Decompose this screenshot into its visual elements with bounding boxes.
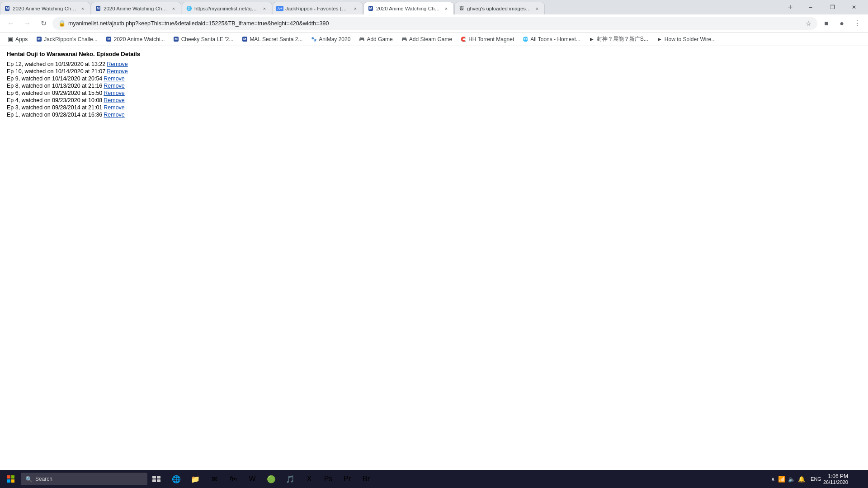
bookmark-favicon-bk11: ▶ [589,36,595,42]
minimize-button[interactable]: – [800,0,821,14]
bookmark-label-bk11: 封神？晨能？新广S... [597,35,648,43]
remove-link[interactable]: Remove [104,104,125,111]
restore-button[interactable]: ❒ [822,0,843,14]
tab-tab2[interactable]: M2020 Anime Watching Challenge...× [91,2,181,14]
network-icon: 📶 [778,476,785,483]
tab-tab6[interactable]: 🖼ghveg's uploaded images - Img...× [454,2,545,14]
bookmark-label-bk2: JackRippon's Challe... [44,36,97,42]
bookmark-bk2[interactable]: MJackRippon's Challe... [32,34,101,44]
bookmark-star-icon[interactable]: ☆ [806,20,811,27]
notification-icon[interactable]: 🔔 [798,476,805,483]
remove-link[interactable]: Remove [104,97,125,103]
bookmark-bk1[interactable]: ▣Apps [4,34,31,44]
edge-app[interactable]: 🌐 [167,470,185,488]
app7[interactable]: 🎵 [281,470,299,488]
remove-link[interactable]: Remove [104,90,125,96]
tab-tab4[interactable]: A+JackRippon - Favorites (anime) - ...× [273,2,363,14]
bookmark-bk10[interactable]: 🌐All Toons - Homest... [519,34,584,44]
profile-button[interactable]: ● [835,16,849,31]
remove-link[interactable]: Remove [107,68,128,75]
tab-close-tab5[interactable]: × [443,5,450,12]
bookmark-bk5[interactable]: MMAL Secret Santa 2... [238,34,306,44]
show-desktop-button[interactable] [850,470,863,488]
bookmark-favicon-bk7: 🎮 [359,36,365,42]
bookmark-bk6[interactable]: 🐾AniMay 2020 [307,34,354,44]
episode-text: Ep 1, watched on 09/28/2014 at 16:36 [7,112,102,118]
word-app[interactable]: W [243,470,261,488]
forward-button[interactable]: → [20,16,34,31]
tab-title-tab6: ghveg's uploaded images - Img... [467,6,531,11]
remove-link[interactable]: Remove [104,83,125,89]
chevron-up-icon[interactable]: ∧ [771,476,775,483]
language-badge: ENG [811,476,821,482]
menu-button[interactable]: ⋮ [850,16,864,31]
bookmark-favicon-bk1: ▣ [7,36,14,42]
tab-close-tab2[interactable]: × [170,5,177,12]
tab-tab1[interactable]: M2020 Anime Watching Challenge...× [0,2,90,14]
tab-favicon-tab4: A+ [277,5,283,12]
window-controls: – ❒ ✕ [797,0,868,14]
svg-rect-4 [152,476,156,479]
bookmark-bk4[interactable]: MCheeky Santa LE '2... [170,34,237,44]
start-button[interactable] [2,470,20,488]
store-app[interactable]: 🛍 [224,470,242,488]
episode-row: Ep 4, watched on 09/23/2020 at 10:08 Rem… [7,97,861,103]
episode-text: Ep 12, watched on 10/19/2020 at 13:22 [7,61,105,67]
tab-close-tab6[interactable]: × [533,5,541,12]
chrome-app[interactable]: 🟢 [262,470,280,488]
tab-favicon-tab1: M [4,5,10,12]
tabs-container: M2020 Anime Watching Challenge...×M2020 … [0,0,784,14]
episode-row: Ep 3, watched on 09/28/2014 at 21:01 Rem… [7,104,861,111]
bookmark-favicon-bk5: M [241,36,248,42]
bookmark-favicon-bk6: 🐾 [311,36,317,42]
tab-favicon-tab6: 🖼 [458,5,465,12]
address-bar[interactable]: 🔒 myanimelist.net/ajaxtb.php?keepThis=tr… [52,17,817,30]
bookmark-favicon-bk10: 🌐 [522,36,528,42]
tab-title-tab1: 2020 Anime Watching Challenge... [13,6,77,11]
tab-title-tab4: JackRippon - Favorites (anime) - ... [285,6,349,11]
remove-link[interactable]: Remove [104,75,125,82]
svg-rect-6 [152,479,156,482]
taskbar: 🔍 Search 🌐📁✉🛍W🟢🎵XPsPrBr ∧ 📶 🔈 🔔 ENG 1:06… [0,470,868,488]
bookmark-bk11[interactable]: ▶封神？晨能？新广S... [585,33,652,45]
close-button[interactable]: ✕ [844,0,864,14]
excel-app[interactable]: X [300,470,318,488]
remove-link[interactable]: Remove [107,61,128,67]
tab-close-tab1[interactable]: × [79,5,86,12]
extensions-button[interactable]: ■ [819,16,834,31]
episode-row: Ep 10, watched on 10/14/2020 at 21:07 Re… [7,68,861,75]
bookmark-bk7[interactable]: 🎮Add Game [355,34,396,44]
episode-text: Ep 8, watched on 10/13/2020 at 21:16 [7,83,102,89]
taskbar-search[interactable]: 🔍 Search [21,473,147,485]
bookmark-bk12[interactable]: ▶How to Solder Wire... [653,34,719,44]
episode-text: Ep 3, watched on 09/28/2014 at 21:01 [7,104,102,111]
file-explorer-app[interactable]: 📁 [186,470,204,488]
photoshop-app[interactable]: Ps [319,470,337,488]
tab-favicon-tab2: M [95,5,101,12]
reload-button[interactable]: ↻ [36,16,51,31]
new-tab-button[interactable]: + [784,1,797,14]
tab-close-tab4[interactable]: × [352,5,359,12]
bookmark-bk3[interactable]: M2020 Anime Watchi... [102,34,169,44]
bookmark-bk9[interactable]: 🧲HH Torrent Magnet [457,34,518,44]
mail-app[interactable]: ✉ [205,470,223,488]
tab-tab3[interactable]: 🌐https://myanimelist.net/ajaxtb.p...× [182,2,272,14]
bookmark-label-bk10: All Toons - Homest... [530,36,580,42]
bookmark-favicon-bk9: 🧲 [460,36,467,42]
taskbar-system-icons: ∧ 📶 🔈 🔔 [767,476,809,483]
premiere-app[interactable]: Pr [338,470,356,488]
volume-icon[interactable]: 🔈 [788,476,795,483]
bookmark-bk8[interactable]: 🎮Add Steam Game [397,34,456,44]
back-button[interactable]: ← [4,16,18,31]
tab-tab5[interactable]: M2020 Anime Watching Challenge...× [363,2,454,14]
episode-text: Ep 6, watched on 09/29/2020 at 15:50 [7,90,102,96]
tab-close-tab3[interactable]: × [261,5,268,12]
bookmarks-bar: ▣AppsMJackRippon's Challe...M2020 Anime … [0,33,868,46]
tab-title-tab3: https://myanimelist.net/ajaxtb.p... [194,6,259,11]
task-view-button[interactable] [148,470,165,488]
svg-rect-3 [11,479,14,483]
bookmark-label-bk9: HH Torrent Magnet [468,36,514,42]
bridge-app[interactable]: Br [357,470,375,488]
remove-link[interactable]: Remove [104,112,125,118]
address-text: myanimelist.net/ajaxtb.php?keepThis=true… [68,20,803,27]
